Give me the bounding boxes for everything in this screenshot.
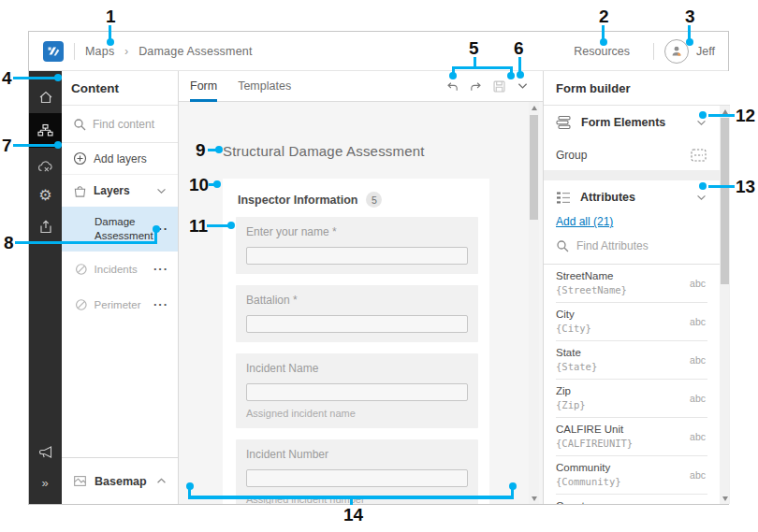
attribute-item-zip[interactable]: Zip {Zip} abc (556, 380, 707, 418)
attribute-type-abc: abc (690, 469, 706, 481)
form-group-card[interactable]: Inspector Information 5 Enter your name … (223, 179, 489, 504)
header-divider-right (653, 43, 654, 60)
attribute-type-abc: abc (690, 278, 706, 289)
add-layers-button[interactable]: Add layers (62, 143, 178, 175)
layer-overflow-menu-icon[interactable]: ··· (153, 300, 168, 309)
attribute-item-streetname[interactable]: StreetName {StreetName} abc (556, 265, 707, 303)
attribute-item-calfire-unit[interactable]: CALFIRE Unit {CALFIREUNIT} abc (556, 418, 707, 456)
field-label: Battalion * (246, 294, 468, 307)
logo-glyph-icon (43, 41, 64, 62)
chevron-down-icon[interactable] (696, 120, 707, 126)
find-content-search[interactable]: Find content (62, 106, 178, 143)
add-all-link[interactable]: Add all (21) (556, 215, 707, 228)
attribute-item-community[interactable]: Community {Community} abc (556, 456, 707, 495)
attribute-code: {StreetName} (556, 284, 707, 295)
attribute-name: County (556, 500, 707, 504)
user-name: Jeff (696, 45, 715, 58)
form-field-incident-number[interactable]: Incident Number Assigned incident number (236, 439, 478, 504)
chevron-down-icon[interactable] (696, 194, 707, 201)
attribute-item-county[interactable]: County {County} abc (556, 495, 707, 504)
callout-9: 9 (196, 141, 206, 159)
layer-item-incidents[interactable]: Incidents ··· (62, 252, 178, 287)
undo-icon (445, 79, 459, 93)
sitemap-icon (37, 123, 53, 138)
attribute-type-abc: abc (690, 316, 706, 327)
form-field-name[interactable]: Enter your name * (236, 217, 478, 274)
layers-icon (73, 184, 87, 198)
scrollbar-thumb[interactable] (530, 115, 538, 220)
attribute-name: Community (556, 462, 707, 473)
rail-expand-button[interactable]: » (29, 468, 62, 496)
field-input[interactable] (246, 247, 468, 265)
undo-button[interactable] (445, 79, 459, 93)
attributes-header[interactable]: Attributes (544, 180, 720, 214)
app-header: Maps › Damage Assessment Resources Jeff (29, 32, 728, 71)
scroll-down-arrow-icon[interactable] (529, 493, 539, 504)
field-input[interactable] (246, 383, 468, 401)
callout-8: 8 (4, 234, 14, 252)
builder-scrollbar[interactable] (720, 106, 729, 504)
attribute-name: CALFIRE Unit (556, 424, 707, 435)
breadcrumb-maps-link[interactable]: Maps (85, 45, 114, 58)
rail-offline-button[interactable] (29, 152, 62, 180)
form-tab-bar: Form Templates (179, 71, 543, 102)
resources-link[interactable]: Resources (574, 45, 630, 58)
callout-7: 7 (2, 137, 12, 154)
rail-home-button[interactable] (29, 83, 62, 111)
scroll-down-arrow-icon[interactable] (720, 493, 730, 504)
callout-10: 10 (189, 176, 209, 194)
save-button-disabled[interactable] (491, 79, 506, 93)
layer-name: Perimeter (95, 298, 147, 312)
app-body: ⚙ » Content (29, 71, 728, 504)
chevron-up-icon (156, 478, 167, 484)
attributes-section: Attributes Add all (21) Find Attributes (544, 180, 720, 504)
basemap-section-header[interactable]: Basemap (62, 457, 178, 504)
field-input[interactable] (246, 315, 468, 333)
field-input[interactable] (246, 469, 468, 487)
layers-section-label: Layers (94, 184, 130, 197)
layers-section-header[interactable]: Layers (62, 175, 178, 207)
search-icon (73, 118, 86, 131)
scroll-up-arrow-icon[interactable] (529, 102, 539, 113)
form-builder-title: Form builder (544, 71, 730, 106)
arcgis-field-maps-logo-icon[interactable] (43, 41, 64, 62)
callout-13: 13 (736, 178, 755, 195)
attribute-code: {Community} (556, 476, 707, 487)
attributes-icon (556, 191, 571, 205)
attribute-type-abc: abc (690, 393, 706, 404)
cloud-offline-icon (37, 160, 53, 174)
form-scrollbar[interactable] (529, 102, 539, 504)
layer-item-damage-assessment[interactable]: Damage Assessment ··· (62, 207, 178, 252)
form-field-battalion[interactable]: Battalion * (236, 285, 478, 342)
callout-12: 12 (736, 107, 755, 124)
form-title[interactable]: Structural Damage Assessment (223, 143, 425, 159)
attribute-item-state[interactable]: State {State} abc (556, 341, 707, 380)
rail-share-button[interactable] (29, 213, 62, 241)
attribute-name: City (556, 309, 707, 320)
attribute-code: {City} (556, 323, 707, 334)
layer-name: Incidents (95, 263, 147, 277)
tab-form[interactable]: Form (190, 71, 217, 102)
rail-feedback-button[interactable] (29, 438, 62, 466)
layer-item-perimeter[interactable]: Perimeter ··· (62, 287, 178, 323)
attribute-item-city[interactable]: City {City} abc (556, 303, 707, 341)
group-element-label: Group (556, 149, 587, 162)
attribute-name: State (556, 347, 707, 358)
find-attributes-search[interactable]: Find Attributes (544, 237, 720, 264)
attributes-label: Attributes (580, 191, 635, 204)
rail-settings-button[interactable]: ⚙ (29, 181, 62, 209)
layer-overflow-menu-icon[interactable]: ··· (153, 265, 168, 274)
megaphone-icon (38, 445, 53, 459)
field-label: Enter your name * (246, 225, 468, 238)
field-hint: Assigned incident name (246, 408, 468, 419)
callout-6: 6 (514, 39, 524, 57)
home-icon (38, 90, 53, 105)
tab-templates[interactable]: Templates (238, 71, 291, 102)
more-options-button[interactable] (515, 79, 530, 93)
attribute-name: Zip (556, 385, 707, 396)
redo-button[interactable] (468, 79, 483, 93)
form-element-group-item[interactable]: Group (544, 139, 720, 170)
scrollbar-thumb[interactable] (721, 118, 729, 284)
form-field-incident-name[interactable]: Incident Name Assigned incident name (236, 353, 478, 428)
form-elements-header[interactable]: Form Elements (544, 106, 720, 139)
